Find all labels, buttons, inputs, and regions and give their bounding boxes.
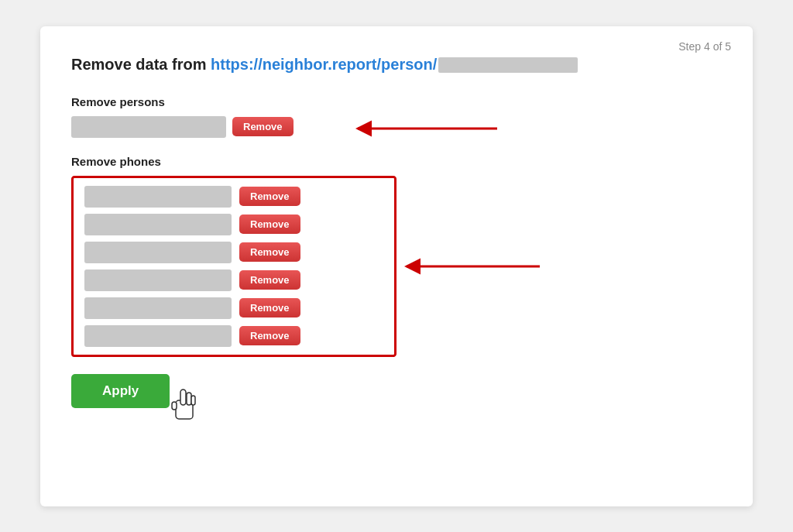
phone-redacted-bar-2 bbox=[84, 214, 232, 235]
phone-row-4: Remove bbox=[84, 269, 383, 291]
remove-phone-button-6[interactable]: Remove bbox=[239, 326, 300, 345]
arrow-to-phones-box bbox=[400, 256, 548, 277]
phone-redacted-bar-6 bbox=[84, 325, 232, 347]
cursor-hand-icon bbox=[165, 385, 202, 425]
title-prefix: Remove data from bbox=[71, 56, 211, 73]
phone-row-2: Remove bbox=[84, 214, 383, 235]
phone-redacted-bar-1 bbox=[84, 186, 232, 208]
main-card: Step 4 of 5 Remove data from https://nei… bbox=[40, 26, 753, 506]
svg-rect-7 bbox=[191, 396, 195, 405]
remove-phone-button-1[interactable]: Remove bbox=[239, 187, 300, 206]
arrow-to-remove-person bbox=[350, 118, 505, 139]
remove-phone-button-4[interactable]: Remove bbox=[239, 270, 300, 290]
step-label: Step 4 of 5 bbox=[678, 40, 731, 53]
phone-redacted-bar-4 bbox=[84, 269, 232, 291]
person-redacted-bar bbox=[71, 116, 226, 138]
remove-phones-label: Remove phones bbox=[71, 155, 722, 168]
phone-row-5: Remove bbox=[84, 297, 383, 319]
phone-redacted-bar-3 bbox=[84, 242, 232, 263]
phone-redacted-bar-5 bbox=[84, 297, 232, 319]
url-redacted-bar bbox=[438, 57, 578, 73]
phone-row-1: Remove bbox=[84, 186, 383, 208]
step-indicator: Step 4 of 5 bbox=[678, 40, 731, 53]
remove-phone-button-3[interactable]: Remove bbox=[239, 242, 300, 262]
apply-button[interactable]: Apply bbox=[71, 374, 170, 408]
title-url-link[interactable]: https://neighbor.report/person/ bbox=[211, 56, 437, 73]
svg-rect-6 bbox=[187, 393, 191, 405]
remove-person-button[interactable]: Remove bbox=[232, 117, 294, 136]
remove-persons-label: Remove persons bbox=[71, 95, 722, 108]
remove-phone-button-2[interactable]: Remove bbox=[239, 215, 300, 234]
phone-row-6: Remove bbox=[84, 325, 383, 347]
remove-persons-row: Remove bbox=[71, 116, 722, 138]
phones-box: Remove Remove Remove Remove Remove Remov… bbox=[71, 176, 396, 357]
svg-rect-5 bbox=[180, 390, 186, 405]
svg-rect-8 bbox=[172, 402, 177, 410]
phone-row-3: Remove bbox=[84, 242, 383, 263]
remove-phone-button-5[interactable]: Remove bbox=[239, 298, 300, 317]
page-title: Remove data from https://neighbor.report… bbox=[71, 56, 722, 74]
apply-section: Apply bbox=[71, 374, 722, 425]
